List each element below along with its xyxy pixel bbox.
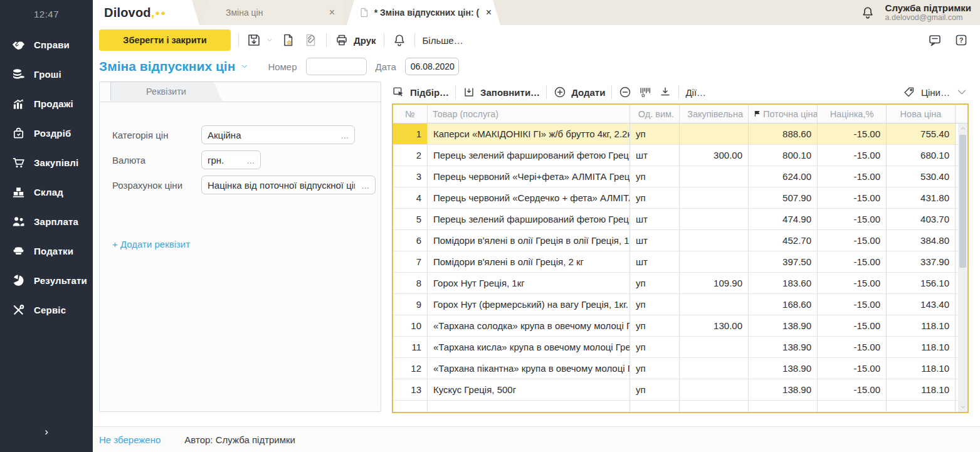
cell-unit[interactable]: уп	[630, 379, 680, 400]
cell-n[interactable]: 5	[393, 209, 428, 229]
notifications-bell-icon[interactable]	[860, 5, 875, 20]
save-button[interactable]	[246, 33, 273, 48]
cell-markup[interactable]: -15.00	[818, 230, 887, 251]
chevron-down-icon[interactable]	[240, 62, 249, 71]
cell-n[interactable]: 4	[393, 187, 428, 208]
cell-name[interactable]: Горох Нут Греція, 1кг	[428, 273, 630, 293]
cell-new_price[interactable]: 403.70	[887, 209, 956, 229]
cell-unit[interactable]: шт	[630, 230, 680, 251]
cell-new_price[interactable]: 118.10	[887, 315, 956, 336]
cell-markup[interactable]: -15.00	[818, 166, 887, 187]
cell-unit[interactable]: уп	[630, 124, 680, 144]
cell-new_price[interactable]: 156.10	[887, 273, 956, 293]
cell-current[interactable]: 507.90	[749, 187, 818, 208]
cell-name[interactable]: «Тархана солодка» крупа в овечому молоці…	[428, 315, 630, 336]
tab-price-change[interactable]: Зміна цін ×	[201, 0, 345, 25]
sidebar-expand-chevron-icon[interactable]: ›	[0, 426, 93, 438]
cell-markup[interactable]: -15.00	[818, 315, 887, 336]
sidebar-item-warehouse[interactable]: Склад	[0, 177, 93, 207]
cell-markup[interactable]: -15.00	[818, 124, 887, 144]
cell-unit[interactable]: шт	[630, 145, 680, 166]
fill-items-button[interactable]: Заповнити…	[462, 85, 540, 99]
document-type-title[interactable]: Зміна відпускних цін	[99, 59, 235, 74]
cell-unit[interactable]: шт	[630, 209, 680, 229]
cell-current[interactable]: 138.90	[749, 315, 818, 336]
table-row[interactable]: 4Перець червоний «Сердечко + фета» АЛМІТ…	[393, 187, 958, 209]
cell-name[interactable]: Перець червоний «Чері+фета» АЛМІТА Греці…	[428, 166, 630, 187]
cell-purchase[interactable]	[680, 294, 749, 315]
cell-purchase[interactable]	[680, 358, 749, 379]
close-icon[interactable]: ×	[486, 7, 492, 18]
table-row[interactable]: 9Горох Нут (фермерський) на вагу Греція,…	[393, 294, 958, 315]
column-header[interactable]: Націнка,%	[818, 105, 887, 123]
cell-current[interactable]: 888.60	[749, 124, 818, 144]
sidebar-item-results-pie[interactable]: Результати	[0, 266, 93, 295]
add-row-button[interactable]: Додати	[553, 85, 605, 99]
cell-purchase[interactable]	[680, 209, 749, 229]
tab-sale-price-change-active[interactable]: * Зміна відпускних цін: (новий) ×	[347, 0, 500, 25]
cell-n[interactable]: 6	[393, 230, 428, 251]
reminder-bell-icon[interactable]	[392, 33, 407, 48]
cell-current[interactable]: 452.70	[749, 230, 818, 251]
cell-name[interactable]: Каперси «МАКІДОНІКІ ГІ» ж/б брутто 4кг, …	[428, 124, 630, 144]
user-account[interactable]: Служба підтримки a.delovod@gmail.com	[885, 3, 971, 23]
sidebar-item-sales-chart[interactable]: Продажі	[0, 89, 93, 118]
cell-n[interactable]: 7	[393, 251, 428, 272]
vertical-scrollbar[interactable]	[958, 124, 967, 412]
cell-markup[interactable]: -15.00	[818, 187, 887, 208]
sidebar-item-purchases-cart[interactable]: Закупівлі	[0, 148, 93, 177]
cell-current[interactable]: 138.90	[749, 337, 818, 357]
column-header[interactable]: Товар (послуга)	[428, 105, 630, 123]
prices-menu-button[interactable]: Ціни…	[902, 85, 969, 99]
sidebar-item-handshake[interactable]: Справи	[0, 30, 93, 60]
column-header[interactable]: Нова ціна	[887, 105, 956, 123]
table-row[interactable]: 13Кускус Греція, 500гуп138.90-15.00118.1…	[393, 379, 958, 401]
scrollbar-thumb[interactable]	[959, 135, 966, 268]
cell-unit[interactable]: уп	[630, 166, 680, 187]
cell-new_price[interactable]: 431.80	[887, 187, 956, 208]
cell-markup[interactable]: -15.00	[818, 251, 887, 272]
column-header[interactable]: Закупівельна	[680, 105, 749, 123]
actions-button[interactable]: Дії…	[685, 87, 706, 98]
cell-name[interactable]: Перець червоний «Сердечко + фета» АЛМІТА…	[428, 187, 630, 208]
cell-n[interactable]: 9	[393, 294, 428, 315]
favorite-document-icon[interactable]	[281, 33, 296, 48]
cell-new_price[interactable]: 118.10	[887, 358, 956, 379]
column-header[interactable]: Од. вим.	[630, 105, 680, 123]
cell-n[interactable]: 11	[393, 337, 428, 357]
cell-current[interactable]: 624.00	[749, 166, 818, 187]
cell-purchase[interactable]	[680, 166, 749, 187]
cell-n[interactable]: 10	[393, 315, 428, 336]
cell-unit[interactable]: шт	[630, 251, 680, 272]
column-header[interactable]: Поточна ціна	[749, 105, 818, 123]
sidebar-item-service-tools[interactable]: Сервіс	[0, 295, 93, 325]
cell-unit[interactable]: уп	[630, 187, 680, 208]
cell-current[interactable]: 800.10	[749, 145, 818, 166]
add-requisite-link[interactable]: + Додати реквізит	[112, 239, 190, 250]
cell-markup[interactable]: -15.00	[818, 294, 887, 315]
cell-new_price[interactable]: 118.10	[887, 379, 956, 400]
cell-n[interactable]: 1	[393, 124, 428, 144]
cell-n[interactable]: 12	[393, 358, 428, 379]
table-row[interactable]: 7Помідори в'ялені в олії Греція, 2 кгшт3…	[393, 251, 958, 273]
help-icon[interactable]: ?	[954, 33, 969, 48]
table-row[interactable]: 6Помідори в'ялені в олії Греція в олії Г…	[393, 230, 958, 251]
table-row[interactable]: 12«Тархана пікантна» крупа в овечому мол…	[393, 358, 958, 379]
ellipsis-picker-icon[interactable]: ...	[361, 180, 369, 191]
cell-new_price[interactable]: 337.90	[887, 251, 956, 272]
cell-markup[interactable]: -15.00	[818, 273, 887, 293]
cell-new_price[interactable]: 143.40	[887, 294, 956, 315]
scroll-up-icon[interactable]	[958, 124, 967, 134]
cell-current[interactable]: 183.60	[749, 273, 818, 293]
cell-purchase[interactable]: 109.90	[680, 273, 749, 293]
cell-name[interactable]: Помідори в'ялені в олії Греція, 2 кг	[428, 251, 630, 272]
cell-unit[interactable]: уп	[630, 315, 680, 336]
cell-n[interactable]: 8	[393, 273, 428, 293]
number-input[interactable]	[306, 58, 367, 75]
close-icon[interactable]: ×	[329, 7, 335, 18]
cell-n[interactable]: 2	[393, 145, 428, 166]
cell-name[interactable]: Перець зелений фарширований фетою Греція	[428, 209, 630, 229]
cell-markup[interactable]: -15.00	[818, 379, 887, 400]
date-input[interactable]: 06.08.2020	[405, 58, 459, 75]
cell-current[interactable]: 474.90	[749, 209, 818, 229]
